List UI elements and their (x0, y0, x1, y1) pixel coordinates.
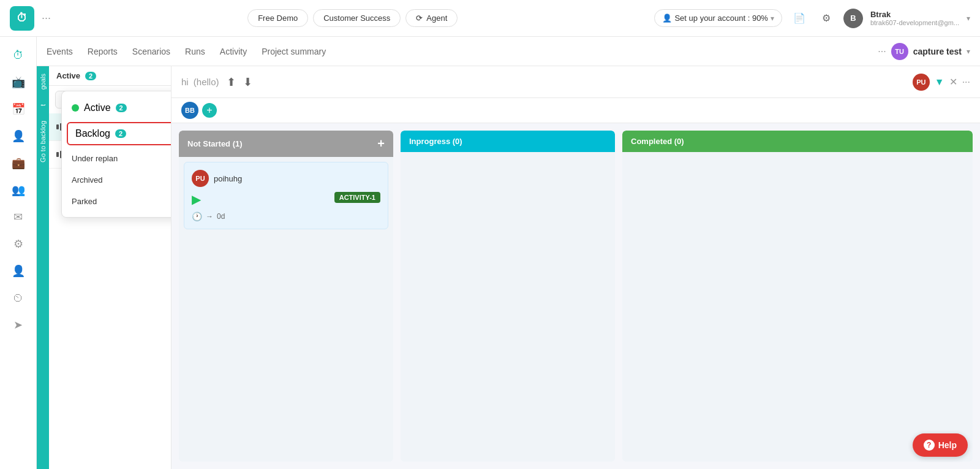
column-completed: Completed (0) (622, 131, 973, 462)
vertical-tabs-area: goals t Go to backlog (37, 66, 49, 469)
backlog-badge: 2 (115, 129, 126, 138)
sidebar-icon-calendar[interactable]: 📅 (7, 98, 29, 120)
clear-filter-icon[interactable]: ✕ (949, 76, 957, 88)
agent-button[interactable]: ⟳ Agent (405, 9, 458, 27)
task-name-label: poihuhg (214, 174, 242, 183)
sidebar-icon-timer[interactable]: ⏲ (7, 287, 29, 309)
column-not-started: Not Started (1) + PU poihuhg ▶ (179, 131, 393, 462)
sprint-row-avatar-bb: BB (181, 102, 198, 119)
nav-right-section: 👤 Set up your account : 90% ▾ 📄 ⚙ B Btra… (654, 9, 970, 28)
main-area: Events Reports Scenarios Runs Activity P… (37, 37, 980, 469)
logo-icon: ⏱ (17, 12, 28, 25)
nav-expand-dots[interactable]: ··· (42, 12, 51, 25)
col-title-not-started: Not Started (1) (187, 139, 243, 148)
second-nav-right: ··· TU capture test ▾ (878, 43, 970, 60)
workspace-name-label[interactable]: capture test (913, 47, 962, 56)
dropdown-active-label: Active (84, 102, 111, 113)
board-columns: Not Started (1) + PU poihuhg ▶ (172, 123, 980, 469)
setup-account-button[interactable]: 👤 Set up your account : 90% ▾ (654, 9, 782, 27)
dropdown-active-badge: 2 (116, 104, 127, 112)
sprint-title-parens: (hello) (194, 77, 219, 87)
agent-label: Agent (426, 13, 447, 23)
board-more-dots[interactable]: ··· (962, 77, 970, 88)
free-demo-button[interactable]: Free Demo (247, 9, 308, 27)
workspace-badge: TU (891, 43, 908, 60)
agent-icon: ⟳ (416, 13, 423, 23)
sidebar-icon-profile[interactable]: 👤 (7, 260, 29, 282)
document-icon: 📄 (793, 12, 805, 24)
sidebar-icon-person[interactable]: 👤 (7, 125, 29, 147)
document-icon-btn[interactable]: 📄 (790, 9, 809, 28)
board-avatar-pu: PU (913, 74, 930, 91)
active-tab-label[interactable]: Active (56, 71, 80, 80)
sprint-title: hi (hello) (181, 77, 219, 87)
task-card-header: PU poihuhg (192, 170, 380, 187)
person-setup-icon: 👤 (662, 13, 672, 23)
sidebar-icon-briefcase[interactable]: 💼 (7, 152, 29, 174)
gear-icon-btn[interactable]: ⚙ (816, 9, 836, 28)
user-menu-chevron[interactable]: ▾ (967, 14, 970, 23)
sidebar-icon-send[interactable]: ➤ (7, 314, 29, 336)
t-vtab[interactable]: t (37, 97, 49, 113)
sidebar-icon-mail[interactable]: ✉ (7, 206, 29, 228)
col-body-not-started: PU poihuhg ▶ ACTIVITY-1 🕐 → 0d (179, 157, 393, 462)
board-area: hi (hello) ⬆ ⬇ PU ▼ ✕ ··· BB + (172, 66, 980, 469)
clock-icon-task: 🕐 (192, 212, 202, 221)
active-badge: 2 (85, 72, 96, 80)
col-header-completed: Completed (0) (622, 131, 973, 152)
column-inprogress: Inprogress (0) (401, 131, 615, 462)
backlog-label: Backlog (75, 128, 110, 139)
add-member-button[interactable]: + (202, 103, 217, 118)
left-panel: goals t Go to backlog Active 2 Active 2 (37, 66, 172, 469)
board-header-right: PU ▼ ✕ ··· (913, 74, 970, 91)
left-panel-inner: Active 2 Active 2 Backlog 2 (49, 66, 171, 469)
top-navbar: ⏱ ··· Free Demo Customer Success ⟳ Agent… (0, 0, 980, 37)
user-name-label: Btrak (870, 10, 959, 19)
runs-nav-item[interactable]: Runs (185, 44, 205, 59)
task-footer: 🕐 → 0d (192, 212, 380, 221)
under-replan-label: Under replan (72, 154, 118, 163)
help-label: Help (938, 440, 957, 450)
help-button[interactable]: ? Help (913, 433, 968, 457)
task-time-label: 0d (217, 212, 225, 221)
setup-chevron: ▾ (771, 14, 774, 23)
customer-success-button[interactable]: Customer Success (313, 9, 401, 27)
activity-badge: ACTIVITY-1 (334, 192, 380, 203)
help-icon: ? (924, 440, 935, 451)
dropdown-parked-item[interactable]: Parked (62, 191, 171, 212)
sidebar-icon-settings[interactable]: ⚙ (7, 233, 29, 255)
col-header-not-started: Not Started (1) + (179, 131, 393, 157)
goals-vtab[interactable]: goals (37, 66, 49, 97)
col-title-inprogress: Inprogress (0) (409, 137, 462, 146)
board-header: hi (hello) ⬆ ⬇ PU ▼ ✕ ··· (172, 66, 980, 98)
backlog-vtab[interactable]: Go to backlog (37, 113, 49, 170)
sidebar-icon-tv[interactable]: 📺 (7, 71, 29, 93)
task-avatar-pu: PU (192, 170, 209, 187)
logo[interactable]: ⏱ (10, 6, 34, 31)
dropdown-archived-item[interactable]: Archived (62, 169, 171, 191)
col-add-btn-not-started[interactable]: + (377, 137, 385, 151)
scenarios-nav-item[interactable]: Scenarios (132, 44, 170, 59)
user-avatar: B (843, 9, 863, 28)
project-summary-nav-item[interactable]: Project summary (262, 44, 326, 59)
second-nav-more-dots[interactable]: ··· (878, 46, 886, 57)
reports-nav-item[interactable]: Reports (88, 44, 118, 59)
task-play-area: ▶ ACTIVITY-1 (192, 192, 380, 207)
user-email-label: btrak607-development@gm... (870, 19, 959, 26)
dropdown-under-replan-item[interactable]: Under replan (62, 148, 171, 169)
archived-label: Archived (72, 175, 103, 185)
second-navbar: Events Reports Scenarios Runs Activity P… (37, 37, 980, 66)
dropdown-active-row[interactable]: Active 2 (62, 96, 171, 120)
arrow-icon: → (206, 212, 213, 221)
sidebar-icon-team[interactable]: 👥 (7, 179, 29, 201)
dropdown-backlog-item[interactable]: Backlog 2 (67, 122, 171, 145)
col-body-completed (622, 152, 973, 462)
filter-icon[interactable]: ▼ (935, 77, 944, 88)
workspace-chevron[interactable]: ▾ (967, 47, 970, 56)
activity-nav-item[interactable]: Activity (220, 44, 247, 59)
play-button[interactable]: ▶ (192, 193, 201, 206)
sidebar-icon-clock[interactable]: ⏱ (7, 44, 29, 66)
events-nav-item[interactable]: Events (47, 44, 73, 59)
download-icon[interactable]: ⬇ (243, 75, 252, 89)
upload-icon[interactable]: ⬆ (227, 75, 236, 89)
